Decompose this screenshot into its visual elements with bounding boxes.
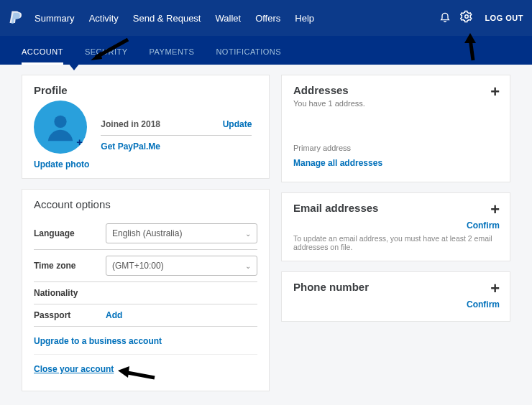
nav-activity[interactable]: Activity [89, 13, 119, 24]
top-nav: Summary Activity Send & Request Wallet O… [0, 0, 532, 36]
get-paypalme-link[interactable]: Get PayPal.Me [101, 141, 252, 152]
language-select[interactable]: English (Australia)⌄ [106, 223, 257, 243]
account-options-card: Account options Language English (Austra… [22, 189, 270, 391]
manage-addresses-link[interactable]: Manage all addresses [293, 158, 498, 168]
addresses-title: Addresses [293, 84, 498, 96]
joined-text: Joined in 2018 [101, 119, 160, 129]
nav-send-request[interactable]: Send & Request [133, 13, 201, 24]
tab-payments[interactable]: PAYMENTS [150, 47, 195, 65]
primary-address-label: Primary address [293, 144, 498, 152]
phone-title: Phone number [293, 281, 498, 293]
update-profile-link[interactable]: Update [223, 119, 252, 129]
chevron-down-icon: ⌄ [245, 230, 251, 238]
active-tab-notch [68, 63, 80, 70]
nationality-label: Nationality [34, 288, 106, 298]
chevron-down-icon: ⌄ [245, 262, 251, 270]
svg-point-0 [465, 15, 469, 19]
timezone-value: (GMT+10:00) [112, 261, 164, 271]
passport-label: Passport [34, 310, 106, 320]
profile-card: Profile + Update photo Joined in 2018 Up… [22, 75, 270, 179]
tab-security[interactable]: SECURITY [85, 47, 128, 65]
emails-card: Email addresses + Confirm To update an e… [281, 192, 510, 261]
phone-confirm-link[interactable]: Confirm [467, 299, 500, 309]
email-confirm-link[interactable]: Confirm [467, 220, 500, 231]
phone-card: Phone number + Confirm [281, 271, 510, 322]
update-photo-link[interactable]: Update photo [34, 159, 89, 169]
settings-subnav: ACCOUNT SECURITY PAYMENTS NOTIFICATIONS [0, 36, 532, 65]
emails-title: Email addresses [293, 202, 498, 214]
add-phone-button[interactable]: + [490, 279, 500, 298]
add-email-button[interactable]: + [490, 200, 500, 219]
close-account-link[interactable]: Close your account [34, 364, 114, 374]
timezone-label: Time zone [34, 261, 106, 271]
passport-add-link[interactable]: Add [106, 310, 122, 320]
nav-wallet[interactable]: Wallet [215, 13, 241, 24]
bell-icon[interactable] [434, 11, 456, 25]
account-options-title: Account options [34, 198, 257, 210]
nav-summary[interactable]: Summary [35, 13, 75, 24]
addresses-card: Addresses You have 1 address. + Primary … [281, 75, 510, 182]
gear-icon[interactable] [456, 10, 477, 26]
avatar-add-icon: + [76, 136, 83, 148]
profile-title: Profile [34, 84, 257, 96]
language-label: Language [34, 228, 106, 238]
paypal-logo-icon [9, 10, 22, 26]
logout-link[interactable]: LOG OUT [485, 14, 523, 22]
avatar[interactable]: + [34, 101, 87, 154]
timezone-select[interactable]: (GMT+10:00)⌄ [106, 256, 257, 276]
emails-help-text: To update an email address, you must hav… [293, 234, 498, 251]
add-address-button[interactable]: + [490, 83, 500, 101]
upgrade-business-link[interactable]: Upgrade to a business account [34, 336, 162, 346]
addresses-count: You have 1 address. [293, 99, 498, 108]
language-value: English (Australia) [112, 228, 182, 238]
tab-notifications[interactable]: NOTIFICATIONS [216, 47, 281, 65]
nav-offers[interactable]: Offers [255, 13, 280, 24]
nav-help[interactable]: Help [295, 13, 314, 24]
tab-account[interactable]: ACCOUNT [22, 47, 63, 65]
svg-point-1 [54, 116, 66, 128]
